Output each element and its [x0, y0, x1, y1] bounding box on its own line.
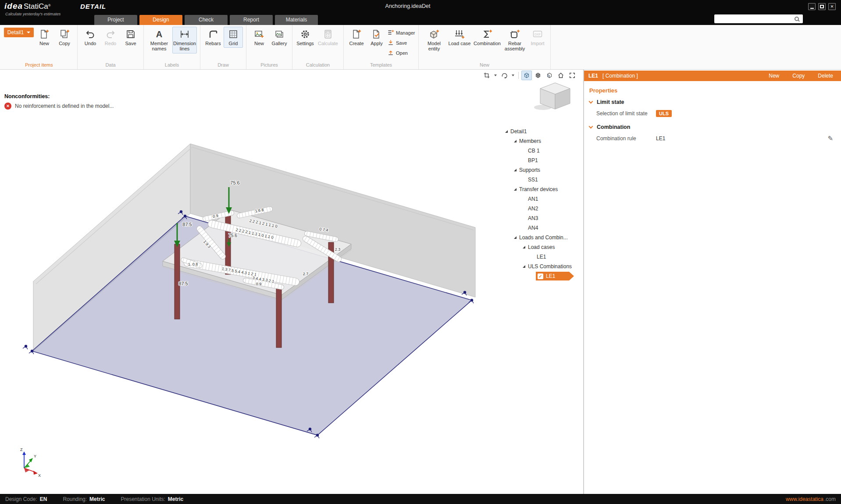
combination-button[interactable]: Combination — [473, 27, 502, 48]
tree-expander-icon[interactable] — [505, 130, 508, 133]
chevron-down-icon[interactable] — [512, 75, 514, 76]
selected-tree-item[interactable]: ✓LE1 — [536, 272, 569, 280]
template-open-button[interactable]: Open — [387, 49, 415, 57]
nonconformities-title: Nonconformities: — [4, 93, 114, 99]
new-project-item-button[interactable]: New — [35, 27, 54, 48]
group-label-labels: Labels — [147, 62, 197, 69]
model-entity-button[interactable]: Model entity — [422, 27, 446, 53]
wireframe-view-button[interactable] — [521, 71, 532, 80]
rebar-assembly-button[interactable]: Rebar assembly — [502, 27, 527, 53]
fit-view-button[interactable] — [567, 71, 577, 80]
settings-button[interactable]: Settings — [296, 27, 315, 48]
delete-combination-button[interactable]: Delete — [818, 73, 833, 79]
tree-item-supports[interactable]: Supports — [502, 165, 583, 175]
gallery-icon — [274, 28, 285, 40]
ribbon-group-project-items: Detail1 New Copy Project items — [1, 25, 78, 69]
rebars-button[interactable]: Rebars — [203, 27, 223, 48]
main-tabs: Project Design Check Report Materials — [94, 15, 318, 25]
uls-badge[interactable]: ULS — [656, 110, 672, 117]
tree-item-label: CB 1 — [528, 148, 540, 154]
tree-item-load-cases[interactable]: Load cases — [502, 242, 583, 252]
tree-item-detail1[interactable]: Detail1 — [502, 127, 583, 136]
tree-expander-icon[interactable] — [514, 188, 517, 191]
close-button[interactable]: ✕ — [828, 3, 836, 10]
tree-expander-icon[interactable] — [523, 246, 525, 248]
new-picture-button[interactable]: New — [249, 27, 269, 48]
ribbon-group-data: Undo Redo Save Data — [78, 25, 144, 69]
tree-expander-icon[interactable] — [514, 140, 517, 142]
tree-item-label: BP1 — [528, 157, 538, 163]
gallery-button[interactable]: Gallery — [270, 27, 289, 48]
checkbox-checked[interactable]: ✓ — [538, 273, 543, 279]
tree-item-loads-and-combin-[interactable]: Loads and Combin... — [502, 233, 583, 242]
svg-text:A: A — [156, 29, 162, 39]
tree-item-transfer-devices[interactable]: Transfer devices — [502, 185, 583, 194]
ribbon-group-draw: Rebars Grid Draw — [200, 25, 246, 69]
tree-item-le1[interactable]: ✓LE1 — [502, 271, 583, 281]
group-label-draw: Draw — [203, 62, 243, 69]
tree-item-label: Members — [519, 138, 541, 144]
template-apply-button[interactable]: Apply — [367, 27, 386, 48]
viewport-3d[interactable]: 75.687.50.91.6 82.2 2.1 2 1 1.1 02 2.2 2… — [0, 70, 583, 494]
section-crop-button[interactable] — [481, 71, 492, 80]
save-button[interactable]: Save — [121, 27, 140, 48]
tree-item-an2[interactable]: AN2 — [502, 204, 583, 213]
tab-design[interactable]: Design — [139, 15, 182, 25]
dimension-lines-button[interactable]: Dimension lines — [172, 27, 197, 53]
tree-item-an4[interactable]: AN4 — [502, 223, 583, 233]
member-names-button[interactable]: A Member names — [147, 27, 171, 53]
solid-view-button[interactable] — [533, 71, 543, 80]
model-tree: Detail1MembersCB 1BP1SupportsSS1Transfer… — [502, 127, 583, 281]
section-limit-state[interactable]: Limit state — [589, 99, 841, 105]
ribbon-group-templates: Create Apply Manager Save — [344, 25, 419, 69]
search-box — [714, 14, 803, 23]
tree-item-le1[interactable]: LE1 — [502, 252, 583, 262]
tree-item-an3[interactable]: AN3 — [502, 213, 583, 223]
redo-button[interactable]: Redo — [101, 27, 120, 48]
new-combination-button[interactable]: New — [769, 73, 779, 79]
minimize-button[interactable] — [808, 3, 816, 10]
tree-expander-icon[interactable] — [514, 169, 517, 171]
tree-item-ss1[interactable]: SS1 — [502, 175, 583, 185]
logo-tagline: Calculate yesterday's estimates — [5, 12, 61, 16]
section-combination[interactable]: Combination — [589, 124, 841, 130]
tree-item-label: Detail1 — [510, 128, 527, 135]
edit-pencil-icon[interactable]: ✎ — [827, 135, 833, 142]
grid-button[interactable]: Grid — [224, 27, 243, 48]
tree-item-cb-1[interactable]: CB 1 — [502, 146, 583, 156]
navigation-cube[interactable] — [534, 83, 570, 110]
tree-item-bp1[interactable]: BP1 — [502, 156, 583, 165]
load-value-label: 87.5 — [182, 222, 192, 227]
rounding-value: Metric — [89, 496, 105, 502]
tree-item-label: AN1 — [528, 196, 538, 202]
calculate-button[interactable]: Calculate — [316, 27, 340, 48]
tab-check[interactable]: Check — [185, 15, 228, 25]
tab-materials[interactable]: Materials — [275, 15, 318, 25]
template-save-button[interactable]: Save — [387, 39, 415, 47]
chevron-down-icon[interactable] — [494, 75, 497, 76]
dxf-import-button[interactable]: DXF Import — [528, 27, 547, 48]
search-icon[interactable] — [795, 17, 799, 21]
tree-item-uls-combinations[interactable]: ULS Combinations — [502, 262, 583, 271]
tree-item-an1[interactable]: AN1 — [502, 194, 583, 204]
home-view-button[interactable] — [556, 71, 566, 80]
search-input[interactable] — [714, 15, 795, 22]
load-case-button[interactable]: Load case — [447, 27, 472, 48]
detail-selector-button[interactable]: Detail1 — [4, 28, 34, 37]
tree-expander-icon[interactable] — [514, 236, 517, 239]
template-manager-button[interactable]: Manager — [387, 29, 415, 37]
tree-item-members[interactable]: Members — [502, 136, 583, 146]
copy-combination-button[interactable]: Copy — [792, 73, 805, 79]
gear-icon — [300, 28, 310, 40]
clipping-view-button[interactable] — [544, 71, 555, 80]
rotate-view-button[interactable] — [499, 71, 510, 80]
maximize-button[interactable] — [818, 3, 826, 10]
tab-project[interactable]: Project — [94, 15, 137, 25]
copy-project-item-button[interactable]: Copy — [55, 27, 74, 48]
tab-report[interactable]: Report — [230, 15, 273, 25]
window-controls: ✕ — [808, 3, 836, 10]
template-create-button[interactable]: Create — [347, 27, 366, 48]
website-link[interactable]: www.ideastatica.com — [786, 496, 836, 502]
tree-expander-icon[interactable] — [523, 265, 525, 268]
undo-button[interactable]: Undo — [81, 27, 100, 48]
